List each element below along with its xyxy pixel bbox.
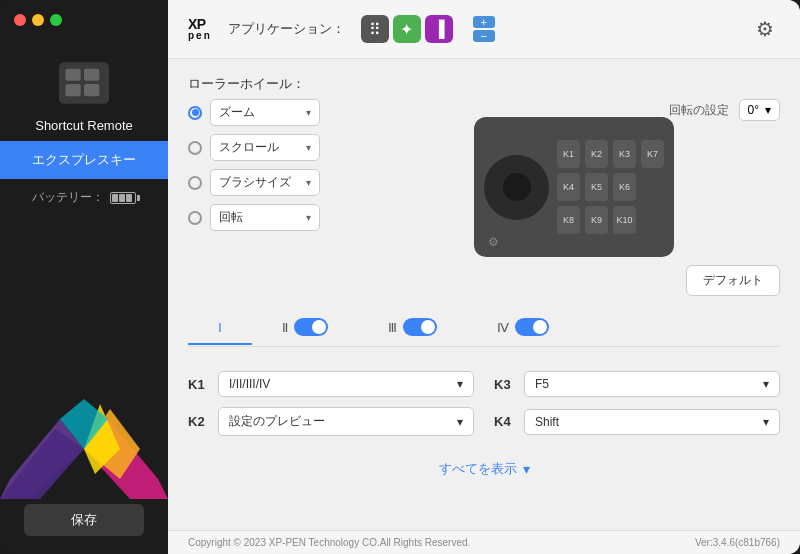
remove-app-button[interactable]: − [473, 30, 495, 42]
dial-inner [503, 173, 531, 201]
radio-rotate[interactable]: 回転 ▾ [188, 204, 348, 231]
k2-dropdown[interactable]: 設定のプレビュー ▾ [218, 407, 474, 436]
save-button[interactable]: 保存 [24, 504, 144, 536]
dial-area [484, 155, 549, 220]
rotate-label: 回転 [219, 209, 243, 226]
rotation-arrow-icon: ▾ [765, 103, 771, 117]
logo-pen: pen [188, 31, 212, 41]
key-k5[interactable]: K5 [585, 173, 608, 201]
k1-arrow-icon: ▾ [457, 377, 463, 391]
key-row-k1: K1 I/II/III/IV ▾ [188, 371, 474, 397]
app-icon-dots[interactable]: ⠿ [361, 15, 389, 43]
tab-III-toggle: Ⅲ [388, 318, 437, 336]
key-k9[interactable]: K9 [585, 206, 608, 234]
add-minus-group: + − [473, 16, 495, 42]
radio-scroll[interactable]: スクロール ▾ [188, 134, 348, 161]
tabs-row: Ⅰ Ⅱ Ⅲ Ⅳ [188, 310, 780, 347]
zoom-dropdown[interactable]: ズーム ▾ [210, 99, 320, 126]
k1-dropdown[interactable]: I/II/III/IV ▾ [218, 371, 474, 397]
battery-label: バッテリー： [32, 189, 104, 206]
radio-rotate-circle[interactable] [188, 211, 202, 225]
device-settings-icon: ⚙ [488, 235, 499, 249]
key-k2[interactable]: K2 [585, 140, 608, 168]
brush-dropdown[interactable]: ブラシサイズ ▾ [210, 169, 320, 196]
scroll-arrow-icon: ▾ [306, 142, 311, 153]
show-all-row[interactable]: すべてを表示 ▾ [188, 460, 780, 478]
key-k3[interactable]: K3 [613, 140, 636, 168]
settings-gear-button[interactable]: ⚙ [750, 14, 780, 44]
svg-rect-4 [84, 84, 99, 96]
sidebar: Shortcut Remote エクスプレスキー バッテリー： 保存 [0, 0, 168, 554]
toggle-IV[interactable] [515, 318, 549, 336]
device-name-label: Shortcut Remote [35, 118, 133, 133]
scroll-label: スクロール [219, 139, 279, 156]
tab-III[interactable]: Ⅲ [358, 310, 467, 346]
radio-scroll-circle[interactable] [188, 141, 202, 155]
tab-I[interactable]: Ⅰ [188, 312, 252, 345]
tab-IV[interactable]: Ⅳ [467, 310, 579, 346]
tab-II[interactable]: Ⅱ [252, 310, 358, 346]
key-row-k2: K2 設定のプレビュー ▾ [188, 407, 474, 436]
device-visual: K1 K2 K3 K7 K4 K5 K6 [368, 117, 780, 257]
app-icons-row: ⠿ ✦ ▐ [361, 15, 453, 43]
brush-arrow-icon: ▾ [306, 177, 311, 188]
close-button[interactable] [14, 14, 26, 26]
spacer2 [641, 206, 664, 234]
keys-row1: K1 K2 K3 K7 [557, 140, 664, 168]
k2-arrow-icon: ▾ [457, 415, 463, 429]
device-icon [56, 60, 112, 110]
app-icon-green[interactable]: ✦ [393, 15, 421, 43]
battery-row: バッテリー： [32, 189, 136, 206]
app-icon-purple[interactable]: ▐ [425, 15, 453, 43]
key-k6[interactable]: K6 [613, 173, 636, 201]
tab-II-toggle: Ⅱ [282, 318, 328, 336]
rotation-value: 0° [748, 103, 759, 117]
show-all-arrow-icon: ▾ [523, 461, 530, 477]
roller-title: ローラーホイール： [188, 75, 780, 93]
express-keys-nav[interactable]: エクスプレスキー [0, 141, 168, 179]
minimize-button[interactable] [32, 14, 44, 26]
k1-label: K1 [188, 377, 210, 392]
maximize-button[interactable] [50, 14, 62, 26]
key-k1[interactable]: K1 [557, 140, 580, 168]
k4-value: Shift [535, 415, 559, 429]
brush-label: ブラシサイズ [219, 174, 291, 191]
main-panel: XP pen アプリケーション： ⠿ ✦ ▐ + − ⚙ ローラーホイール： [168, 0, 800, 554]
add-app-button[interactable]: + [473, 16, 495, 28]
footer: Copyright © 2023 XP-PEN Technology CO.Al… [168, 530, 800, 554]
rotate-arrow-icon: ▾ [306, 212, 311, 223]
key-k10[interactable]: K10 [613, 206, 636, 234]
k4-dropdown[interactable]: Shift ▾ [524, 409, 780, 435]
keys-row2: K4 K5 K6 [557, 173, 664, 201]
zoom-arrow-icon: ▾ [306, 107, 311, 118]
svg-rect-1 [65, 69, 80, 81]
copyright-text: Copyright © 2023 XP-PEN Technology CO.Al… [188, 537, 470, 548]
rotate-dropdown[interactable]: 回転 ▾ [210, 204, 320, 231]
tab-IV-label: Ⅳ [497, 320, 509, 335]
k3-dropdown[interactable]: F5 ▾ [524, 371, 780, 397]
default-button[interactable]: デフォルト [686, 265, 780, 296]
radio-brush-circle[interactable] [188, 176, 202, 190]
xp-pen-logo: XP pen [188, 17, 212, 41]
logo-xp: XP [188, 17, 206, 31]
key-k7[interactable]: K7 [641, 140, 664, 168]
device-right-panel: 回転の設定 0° ▾ [368, 99, 780, 296]
key-row-k3: K3 F5 ▾ [494, 371, 780, 397]
scroll-dropdown[interactable]: スクロール ▾ [210, 134, 320, 161]
k3-label: K3 [494, 377, 516, 392]
radio-zoom-circle[interactable] [188, 106, 202, 120]
svg-rect-2 [84, 69, 99, 81]
k4-label: K4 [494, 414, 516, 429]
k3-arrow-icon: ▾ [763, 377, 769, 391]
rotation-label: 回転の設定 [669, 102, 729, 119]
k4-arrow-icon: ▾ [763, 415, 769, 429]
traffic-lights [14, 14, 62, 26]
key-k8[interactable]: K8 [557, 206, 580, 234]
spacer [641, 173, 664, 201]
toggle-II[interactable] [294, 318, 328, 336]
radio-zoom[interactable]: ズーム ▾ [188, 99, 348, 126]
key-k4[interactable]: K4 [557, 173, 580, 201]
toggle-III[interactable] [403, 318, 437, 336]
content-area: ローラーホイール： ズーム ▾ スクロール [168, 59, 800, 530]
radio-brush[interactable]: ブラシサイズ ▾ [188, 169, 348, 196]
